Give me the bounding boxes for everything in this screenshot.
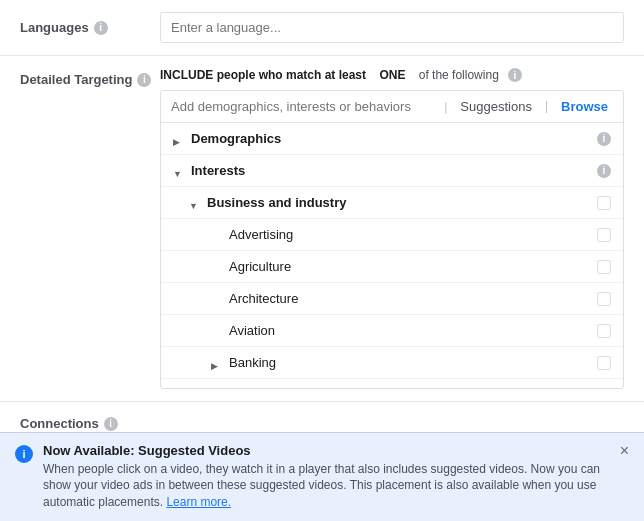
tab-suggestions[interactable]: Suggestions [455,99,537,114]
include-info-icon[interactable]: i [508,68,522,82]
notification-body-text: When people click on a video, they watch… [43,462,600,510]
notification-body: When people click on a video, they watch… [43,461,610,511]
include-prefix: INCLUDE people who match at least [160,68,366,82]
category-name-banking: Banking [229,355,597,370]
tab-divider: | [537,99,556,114]
notification-title: Now Available: Suggested Videos [43,443,610,458]
category-name-advertising: Advertising [229,227,597,242]
notification-icon: i [15,445,33,463]
targeting-label-col: Detailed Targeting i [20,68,160,389]
divider: | [436,100,455,114]
category-name-interests: Interests [191,163,597,178]
category-item-advertising[interactable]: Advertising [161,219,623,251]
dropdown-tabs: Suggestions | Browse [455,99,613,114]
include-one: ONE [379,68,405,82]
chevron-right-icon [211,357,223,369]
category-item-interests[interactable]: Interestsi [161,155,623,187]
category-name-aviation: Aviation [229,323,597,338]
detailed-targeting-label: Detailed Targeting i [20,72,160,87]
category-checkbox-aviation[interactable] [597,324,611,338]
category-name-agriculture: Agriculture [229,259,597,274]
category-checkbox-agriculture[interactable] [597,260,611,274]
languages-label: Languages i [20,20,160,35]
targeting-dropdown: | Suggestions | Browse DemographicsiInte… [160,90,624,389]
languages-label-text: Languages [20,20,89,35]
category-item-business[interactable]: Business [161,379,623,388]
main-content: Languages i Detailed Targeting i INCLUDE… [0,0,644,460]
category-name-demographics: Demographics [191,131,597,146]
category-item-aviation[interactable]: Aviation [161,315,623,347]
targeting-content: INCLUDE people who match at least ONE of… [160,68,624,389]
targeting-search-input[interactable] [171,99,436,114]
languages-info-icon[interactable]: i [94,21,108,35]
category-item-business_industry[interactable]: Business and industry [161,187,623,219]
chevron-right-icon [173,133,185,145]
languages-row: Languages i [0,0,644,56]
category-item-agriculture[interactable]: Agriculture [161,251,623,283]
connections-info-icon[interactable]: i [104,417,118,431]
include-suffix: of the following [419,68,499,82]
include-description: INCLUDE people who match at least ONE of… [160,68,624,82]
category-checkbox-business[interactable] [597,388,611,389]
category-list: DemographicsiInterestsiBusiness and indu… [161,123,623,388]
notification-content: Now Available: Suggested Videos When peo… [43,443,610,511]
targeting-info-icon[interactable]: i [137,73,151,87]
notification-learn-more-link[interactable]: Learn more. [166,495,231,509]
category-name-architecture: Architecture [229,291,597,306]
category-name-business: Business [229,387,597,388]
category-item-demographics[interactable]: Demographicsi [161,123,623,155]
notification-bar: i Now Available: Suggested Videos When p… [0,432,644,521]
chevron-down-icon [189,197,201,209]
category-info-icon-interests[interactable]: i [597,164,611,178]
category-name-business_industry: Business and industry [207,195,597,210]
category-item-architecture[interactable]: Architecture [161,283,623,315]
category-checkbox-business_industry[interactable] [597,196,611,210]
detailed-targeting-row: Detailed Targeting i INCLUDE people who … [0,56,644,402]
notification-close-button[interactable]: × [620,443,629,459]
category-info-icon-demographics[interactable]: i [597,132,611,146]
targeting-label-text: Detailed Targeting [20,72,132,87]
connections-label: Connections i [20,416,160,431]
category-checkbox-architecture[interactable] [597,292,611,306]
tab-browse[interactable]: Browse [556,99,613,114]
chevron-down-icon [173,165,185,177]
connections-label-text: Connections [20,416,99,431]
category-checkbox-banking[interactable] [597,356,611,370]
category-item-banking[interactable]: Banking [161,347,623,379]
dropdown-header: | Suggestions | Browse [161,91,623,123]
languages-input[interactable] [160,12,624,43]
category-checkbox-advertising[interactable] [597,228,611,242]
